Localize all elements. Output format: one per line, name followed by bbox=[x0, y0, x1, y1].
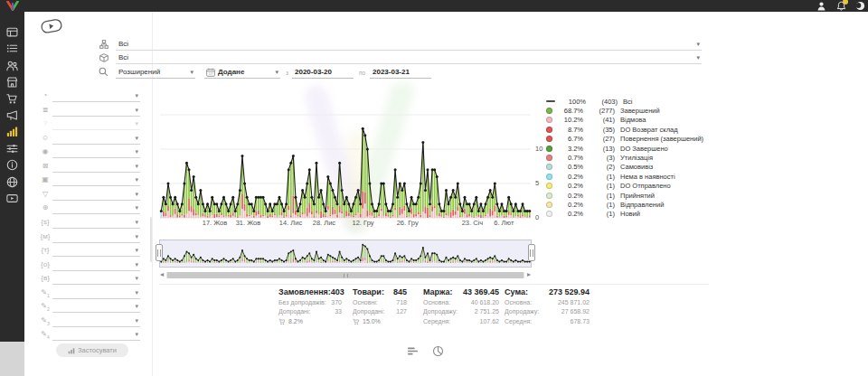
legend-swatch bbox=[546, 211, 552, 217]
legend-label: Нема в наявності bbox=[620, 173, 675, 181]
manager-filter-select[interactable]: ▾ bbox=[52, 133, 140, 145]
date-to-input[interactable]: 2023-03-21 bbox=[370, 66, 431, 79]
report-list-icon[interactable] bbox=[407, 345, 419, 357]
stats-sub-value: 33 bbox=[335, 308, 342, 315]
product-select[interactable]: Всі ▾ bbox=[116, 52, 702, 64]
field-v-filter-select[interactable]: ▾ bbox=[52, 273, 140, 285]
profile-avatar-icon[interactable] bbox=[855, 1, 865, 11]
orders-chart[interactable] bbox=[159, 93, 532, 224]
image-filter-select[interactable]: ▾ bbox=[52, 174, 140, 186]
site-filter-icon: ⊕ bbox=[39, 203, 52, 212]
brand-logo[interactable] bbox=[5, 1, 20, 11]
stats-sub-label: Без допродажів: bbox=[278, 299, 326, 306]
sidebar-item-store[interactable] bbox=[6, 76, 18, 88]
legend-label: Відправлений bbox=[620, 201, 664, 209]
stats-sub-label: Допродажу: bbox=[505, 308, 539, 315]
delivery-filter-select[interactable]: ▾ bbox=[52, 161, 140, 173]
field-s-filter-select[interactable]: ▾ bbox=[52, 217, 140, 229]
legend-percent: 0.2% bbox=[556, 192, 583, 200]
custom-field-3-filter-select[interactable]: ▾ bbox=[52, 315, 140, 327]
field-o-filter-select[interactable]: ▾ bbox=[52, 259, 140, 271]
search-mode-value: Розширений bbox=[118, 68, 160, 76]
custom-field-2-filter-select[interactable]: ▾ bbox=[52, 301, 140, 313]
custom-field-3-filter-icon: ✎3 bbox=[39, 316, 52, 326]
legend-item[interactable]: 8.7%(35)DO Возврат склад bbox=[546, 125, 707, 134]
search-icon[interactable] bbox=[99, 67, 108, 77]
legend-item[interactable]: 6.7%(27)Повернення (завершений) bbox=[546, 135, 707, 144]
notifications-bell-icon[interactable] bbox=[836, 1, 846, 11]
legend-item[interactable]: 0.5%(2)Самовивіз bbox=[546, 163, 707, 172]
legend-swatch bbox=[546, 127, 552, 133]
field-t-filter-select[interactable]: ▾ bbox=[52, 245, 140, 257]
custom-field-4-filter-select[interactable]: ▾ bbox=[52, 329, 140, 341]
stats-sub-label: Основна: bbox=[423, 299, 450, 306]
navigator-right-handle[interactable] bbox=[528, 244, 535, 261]
stats-sum: Сума:273 529.94Основна:245 871.02Допрода… bbox=[505, 287, 590, 324]
legend-item[interactable]: 0.2%(1)DO Отправлено bbox=[546, 182, 707, 191]
rail-bottom bbox=[0, 342, 24, 376]
legend-label: Повернення (завершений) bbox=[620, 135, 703, 143]
user-icon[interactable] bbox=[816, 1, 826, 11]
help-filter-select[interactable]: ▾ bbox=[52, 118, 140, 130]
scrollbar-track[interactable] bbox=[166, 272, 524, 278]
sidebar-item-video[interactable] bbox=[6, 193, 18, 204]
sidebar-item-statistics[interactable] bbox=[6, 126, 18, 137]
report-pie-icon[interactable] bbox=[432, 345, 444, 357]
apply-button[interactable]: Застосувати bbox=[56, 343, 128, 357]
video-icon bbox=[6, 193, 18, 204]
app-root: ◔▾≣▾?▾☺▾◉▾⊠▾▣▾▽▾⊕▾{s}▾{м}▾{т}▾{о}▾{в}▾✎1… bbox=[0, 0, 868, 376]
stats-sub-row: Середня:678.73 bbox=[505, 318, 590, 324]
stats-sub-row: Основна:245 871.02 bbox=[505, 299, 590, 306]
legend-item[interactable]: 0.2%(1)Прийнятий bbox=[546, 191, 707, 200]
navigator-left-handle[interactable] bbox=[156, 244, 163, 261]
legend-count: (41) bbox=[586, 116, 615, 124]
sidebar-item-marketing[interactable] bbox=[6, 109, 18, 121]
legend-percent: 3.2% bbox=[556, 145, 583, 153]
legend-percent: 10.2% bbox=[556, 116, 583, 124]
status-filter-select[interactable]: ▾ bbox=[52, 90, 140, 102]
category-select[interactable]: Всі ▾ bbox=[116, 38, 702, 51]
payment-filter-select[interactable]: ▾ bbox=[52, 146, 140, 158]
sidebar-item-network[interactable] bbox=[6, 176, 18, 188]
chevron-down-icon: ▾ bbox=[135, 233, 138, 240]
legend-swatch bbox=[546, 193, 552, 199]
funnel-filter-select[interactable]: ▾ bbox=[52, 189, 140, 201]
legend-item[interactable]: 3.2%(13)DO Завершено bbox=[546, 144, 707, 153]
stats-sub-row: Допродані:127 bbox=[353, 308, 407, 315]
chart-navigator[interactable] bbox=[159, 240, 532, 268]
scrollbar-thumb[interactable] bbox=[167, 272, 524, 278]
scroll-left-icon[interactable]: ◂ bbox=[160, 270, 164, 278]
custom-field-1-filter-select[interactable]: ▾ bbox=[52, 287, 140, 299]
search-mode-select[interactable]: Розширений ▾ bbox=[116, 66, 195, 79]
stats-title-value: 403 bbox=[331, 287, 344, 296]
sidebar-item-dashboard[interactable] bbox=[6, 26, 18, 38]
filter-sub-index: 2 bbox=[47, 306, 50, 312]
stats-title: Сума:273 529.94 bbox=[505, 287, 590, 296]
sidebar-item-cart[interactable] bbox=[6, 93, 18, 105]
site-filter-select[interactable]: ▾ bbox=[52, 202, 140, 214]
legend-item[interactable]: 100%(403)Всі bbox=[546, 97, 707, 106]
svg-text:17: 17 bbox=[209, 71, 213, 76]
legend-item[interactable]: 0.2%(1)Відправлений bbox=[546, 200, 707, 209]
chevron-down-icon: ▾ bbox=[190, 69, 193, 76]
date-from-input[interactable]: 2020-03-20 bbox=[292, 66, 354, 79]
legend-item[interactable]: 0.7%(3)Утилізація bbox=[546, 153, 707, 162]
legend-item[interactable]: 68.7%(277)Завершений bbox=[546, 106, 707, 115]
date-type-select[interactable]: 17 Додане ▾ bbox=[204, 66, 280, 79]
stats-title-value: 273 529.94 bbox=[549, 287, 590, 296]
legend-item[interactable]: 0.2%(1)Новий bbox=[546, 210, 707, 219]
legend-item[interactable]: 0.2%(1)Нема в наявності bbox=[546, 172, 707, 181]
legend-item[interactable]: 10.2%(41)Відмова bbox=[546, 116, 707, 125]
x-tick-label: 31. Жов bbox=[236, 219, 261, 227]
field-m-filter-select[interactable]: ▾ bbox=[52, 231, 140, 243]
legend-label: Прийнятий bbox=[620, 192, 655, 200]
chevron-down-icon: ▾ bbox=[135, 261, 138, 268]
sidebar-item-clients[interactable] bbox=[6, 60, 18, 71]
sidebar-item-info[interactable] bbox=[6, 159, 18, 171]
sidebar-item-settings[interactable] bbox=[6, 143, 18, 155]
x-tick-label: 26. Гру bbox=[397, 219, 419, 227]
sidebar-item-orders[interactable] bbox=[6, 42, 18, 54]
source-filter-select[interactable]: ▾ bbox=[52, 105, 140, 117]
scroll-right-icon[interactable]: ▸ bbox=[527, 270, 531, 278]
panel-scrollbar[interactable] bbox=[150, 217, 152, 262]
